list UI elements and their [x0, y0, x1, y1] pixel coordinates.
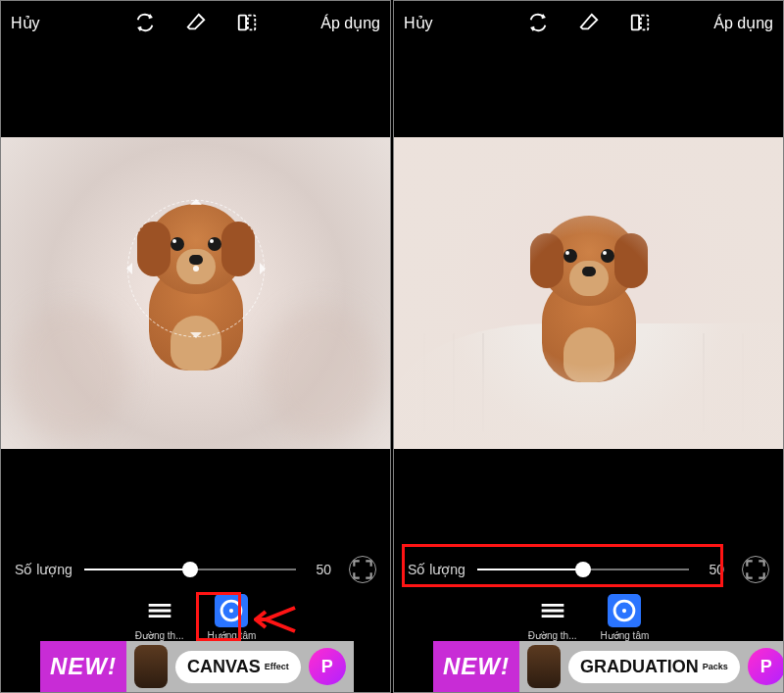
screenshot-left: Hủy Áp dụng Số lượng 50 — [0, 0, 391, 693]
eraser-icon[interactable] — [185, 12, 207, 33]
image-canvas[interactable] — [1, 137, 390, 449]
radial-blur-tool[interactable]: Hướng tâm — [601, 594, 650, 645]
ad-title-pill: CANVAS Effect — [175, 651, 301, 683]
ad-banner[interactable]: NEW! CANVAS Effect P — [40, 641, 370, 692]
ad-person-icon — [134, 645, 168, 688]
picsart-logo-icon: P — [309, 648, 346, 685]
screenshot-right: Hủy Áp dụng Số lượng 50 — [393, 0, 784, 693]
top-bar: Hủy Áp dụng — [394, 1, 783, 44]
fullscreen-icon[interactable] — [742, 556, 769, 583]
annotation-highlight-tool — [196, 592, 241, 641]
annotation-arrow-icon — [254, 602, 297, 637]
ad-new-badge: NEW! — [40, 641, 126, 692]
annotation-highlight-slider — [402, 544, 723, 587]
amount-slider[interactable] — [84, 560, 296, 579]
compare-icon[interactable] — [629, 12, 651, 33]
cancel-button[interactable]: Hủy — [404, 14, 433, 32]
reset-icon[interactable] — [527, 12, 549, 33]
linear-blur-tool[interactable]: Đường th... — [135, 594, 184, 645]
cancel-button[interactable]: Hủy — [11, 14, 40, 32]
radial-vignette — [394, 137, 783, 449]
amount-slider-row: Số lượng 50 — [1, 547, 390, 592]
radial-tool-label: Hướng tâm — [601, 630, 650, 641]
svg-rect-0 — [238, 16, 245, 30]
reset-icon[interactable] — [134, 12, 156, 33]
linear-tool-label: Đường th... — [135, 630, 184, 641]
amount-value: 50 — [308, 562, 331, 577]
fullscreen-icon[interactable] — [349, 556, 376, 583]
linear-tool-label: Đường th... — [528, 630, 577, 641]
ad-person-icon — [527, 645, 561, 688]
compare-icon[interactable] — [236, 12, 258, 33]
svg-rect-4 — [631, 16, 638, 30]
apply-button[interactable]: Áp dụng — [713, 14, 773, 32]
linear-blur-tool[interactable]: Đường th... — [528, 594, 577, 645]
radial-focus-overlay[interactable] — [127, 200, 265, 337]
apply-button[interactable]: Áp dụng — [320, 14, 380, 32]
ad-new-badge: NEW! — [433, 641, 519, 692]
blur-type-toolbar: Đường th... Hướng tâm — [394, 592, 783, 645]
picsart-logo-icon: P — [748, 648, 784, 685]
svg-rect-1 — [247, 16, 254, 30]
ad-title-pill: GRADUATION Packs — [568, 651, 740, 683]
top-bar: Hủy Áp dụng — [1, 1, 390, 44]
ad-banner[interactable]: NEW! GRADUATION Packs P — [433, 641, 763, 692]
eraser-icon[interactable] — [578, 12, 600, 33]
svg-point-7 — [622, 609, 626, 613]
amount-label: Số lượng — [15, 562, 73, 577]
image-canvas[interactable] — [394, 137, 783, 449]
svg-rect-5 — [640, 16, 647, 30]
